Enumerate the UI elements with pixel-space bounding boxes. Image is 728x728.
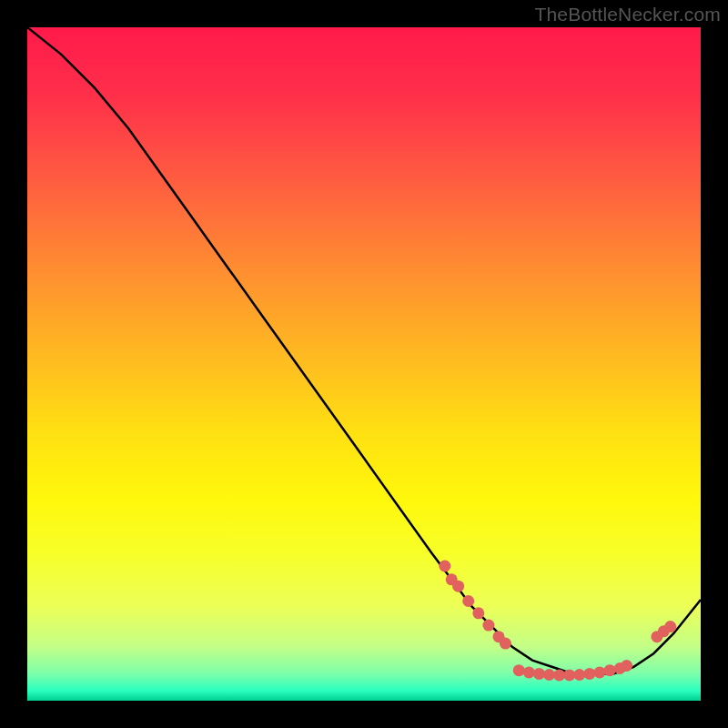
data-marker xyxy=(472,607,484,619)
data-marker xyxy=(462,595,474,607)
watermark-text: TheBottleNecker.com xyxy=(534,4,721,25)
data-marker xyxy=(553,669,565,681)
data-marker xyxy=(573,669,585,681)
chart-stage: TheBottleNecker.com xyxy=(0,0,728,728)
data-marker xyxy=(604,664,616,676)
data-marker xyxy=(533,668,545,680)
data-marker xyxy=(543,669,555,681)
data-marker xyxy=(439,561,450,572)
data-marker xyxy=(563,669,575,681)
data-marker xyxy=(583,668,595,680)
data-marker xyxy=(482,620,494,632)
data-marker xyxy=(500,638,511,650)
data-marker xyxy=(513,664,525,676)
data-marker xyxy=(594,666,606,678)
data-marker xyxy=(452,581,464,592)
chart-svg xyxy=(27,27,701,701)
data-marker xyxy=(523,666,535,678)
data-marker xyxy=(664,621,676,632)
plot-area xyxy=(27,27,701,701)
data-marker xyxy=(621,660,632,672)
